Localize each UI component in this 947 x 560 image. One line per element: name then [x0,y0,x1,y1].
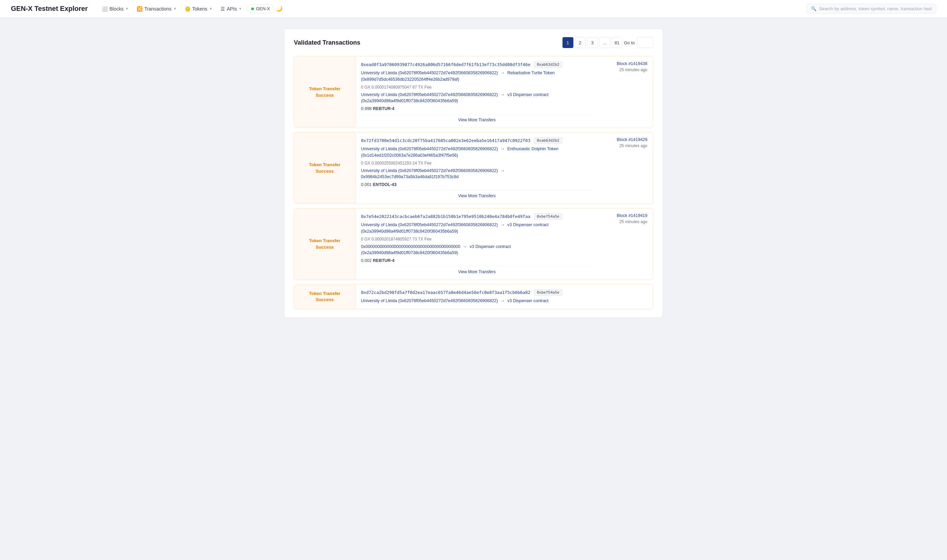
apis-icon: ☰ [221,6,225,12]
tx-from2-addr[interactable]: University of Lleida (0x62078f05eb445027… [361,168,498,173]
tx-transfer-line-1: University of Lleida (0x62078f05eb445027… [361,298,593,304]
tx-amount: 0.002 REBTUR-4 [361,258,593,263]
tx-to2-addr[interactable]: 0x9984b2453ec7d99a73a5b3a46da81f197b753c… [361,174,458,179]
page-btn-3[interactable]: 3 [587,37,598,48]
tx-meta: Block #1419429 25 minutes ago [598,132,653,204]
tx-time: 25 minutes ago [619,68,647,72]
goto-input[interactable] [637,37,653,48]
tx-token: ENTDOL-43 [373,182,396,187]
tx-meta: Block #1419419 25 minutes ago [598,208,653,280]
tx-token: REBTUR-4 [373,106,395,111]
transaction-list: Token Transfer Success 0xead0f3a97060939… [294,56,653,309]
tx-hash-line: 0xd72ca2bd298fd5a7f0d2ea17eaac657fa8e46d… [361,289,593,296]
nav-blocks[interactable]: ⬜ Blocks ▼ [99,4,132,14]
chevron-down-icon: ▼ [173,7,177,11]
tx-from-addr[interactable]: University of Lleida (0x62078f05eb445027… [361,146,498,151]
page-btn-1[interactable]: 1 [563,37,574,48]
tx-block[interactable]: Block #1419429 [617,137,647,142]
tx-token: REBTUR-4 [373,258,395,263]
chevron-down-icon: ▼ [125,7,128,11]
search-bar[interactable]: 🔍 [807,4,936,14]
blocks-icon: ⬜ [102,6,108,12]
tx-hash[interactable]: 0x72fd3700e54d1c3cdc20f75ba417685ca002e3… [361,138,531,143]
page-title: Validated Transactions [294,39,360,46]
search-icon: 🔍 [811,6,816,11]
transactions-icon: 🔀 [137,6,142,12]
page-btn-last[interactable]: 81 [612,37,623,48]
tx-from-addr[interactable]: University of Lleida (0x62078f05eb445027… [361,71,498,75]
nav-apis[interactable]: ☰ APIs ▼ [217,4,245,14]
table-row: Token Transfer Success 0xd72ca2bd298fd5a… [294,284,653,309]
tx-tag: 0xab63d2b2 [534,61,563,68]
nav-links: ⬜ Blocks ▼ 🔀 Transactions ▼ 🪙 Tokens ▼ ☰… [99,4,796,14]
tx-hash-line: 0x7e54e2022143cacbcaeb6fa2a882b1b150b1e7… [361,213,593,220]
arrow-icon: → [500,146,505,151]
view-more-transfers[interactable]: View More Transfers [361,266,593,275]
theme-toggle[interactable]: 🌙 [276,5,282,12]
tx-badge: Token Transfer Success [294,285,356,309]
tx-body: 0xd72ca2bd298fd5a7f0d2ea17eaac657fa8e46d… [356,285,598,309]
tx-block[interactable]: Block #1419438 [617,61,647,66]
tx-tag: 0xbef54a5e [534,213,563,220]
nav-tokens[interactable]: 🪙 Tokens ▼ [181,4,216,14]
tx-badge: Token Transfer Success [294,208,356,280]
arrow-icon: → [500,298,505,303]
tx-hash[interactable]: 0xd72ca2bd298fd5a7f0d2ea17eaac657fa8e46d… [361,290,531,295]
page-goto: Go to [624,37,653,48]
view-more-transfers[interactable]: View More Transfers [361,191,593,199]
tx-status-label: Token Transfer Success [309,238,340,250]
tx-transfer-line-2: University of Lleida (0x62078f05eb445027… [361,168,593,180]
tx-body: 0x72fd3700e54d1c3cdc20f75ba417685ca002e3… [356,132,598,204]
transactions-card: Validated Transactions 1 2 3 ... 81 Go t… [284,29,663,318]
card-header: Validated Transactions 1 2 3 ... 81 Go t… [294,37,653,48]
tx-fee: 0 GX 0.0000174080975047 87 TX Fee [361,85,593,89]
brand: GEN-X Testnet Explorer [11,5,88,12]
main-content: Validated Transactions 1 2 3 ... 81 Go t… [276,29,671,318]
tx-hash[interactable]: 0x7e54e2022143cacbcaeb6fa2a882b1b150b1e7… [361,214,531,219]
tx-hash[interactable]: 0xead0f3a97060939877c4926a806d57166f6ded… [361,62,531,67]
tx-amount: 0.001 ENTDOL-43 [361,182,593,187]
search-input[interactable] [819,6,932,11]
table-row: Token Transfer Success 0x7e54e2022143cac… [294,208,653,280]
arrow-icon-2: → [500,168,505,173]
tx-transfer-line-1: University of Lleida (0x62078f05eb445027… [361,222,593,235]
table-row: Token Transfer Success 0xead0f3a97060939… [294,56,653,128]
view-more-transfers[interactable]: View More Transfers [361,114,593,123]
chevron-down-icon: ▼ [209,7,212,11]
chain-status-dot [251,8,254,10]
tx-from-addr[interactable]: University of Lleida (0x62078f05eb445027… [361,222,498,227]
chain-selector[interactable]: GEN-X [247,4,275,13]
tx-status-label: Token Transfer Success [309,162,340,174]
tx-amount: 0.998 REBTUR-4 [361,106,593,111]
tx-transfer-line-2: University of Lleida (0x62078f05eb445027… [361,92,593,105]
nav-transactions[interactable]: 🔀 Transactions ▼ [133,4,180,14]
chevron-down-icon: ▼ [239,7,242,11]
tx-tag: 0xab63d2b2 [534,137,563,144]
tx-badge: Token Transfer Success [294,57,356,128]
tx-body: 0x7e54e2022143cacbcaeb6fa2a882b1b150b1e7… [356,208,598,280]
tx-block[interactable]: Block #1419419 [617,213,647,218]
tx-fee: 0 GX 0.0000255002451293 24 TX Fee [361,161,593,166]
arrow-icon-2: → [463,244,467,249]
tx-fee: 0 GX 0.0000201874805927 73 TX Fee [361,237,593,242]
tx-meta: Block #1419438 25 minutes ago [598,57,653,128]
arrow-icon: → [500,71,505,75]
tx-from2-addr[interactable]: 0x00000000000000000000000000000000000000… [361,244,460,249]
tx-hash-line: 0x72fd3700e54d1c3cdc20f75ba417685ca002e3… [361,137,593,144]
tx-tag: 0xbef54a5e [534,289,563,296]
tx-to-addr[interactable]: v3 Dispenser contract [507,298,549,303]
page-btn-ellipsis: ... [599,37,610,48]
tx-status-label: Token Transfer Success [309,291,340,303]
tx-from-addr[interactable]: University of Lleida (0x62078f05eb445027… [361,298,498,303]
tx-status-label: Token Transfer Success [309,86,340,98]
tx-meta [598,285,653,309]
page-btn-2[interactable]: 2 [575,37,586,48]
arrow-icon: → [500,222,505,227]
tokens-icon: 🪙 [185,6,191,12]
tx-body: 0xead0f3a97060939877c4926a806d57166f6ded… [356,57,598,128]
navbar: GEN-X Testnet Explorer ⬜ Blocks ▼ 🔀 Tran… [0,0,947,18]
arrow-icon-2: → [500,92,505,97]
pagination: 1 2 3 ... 81 Go to [563,37,653,48]
tx-time: 25 minutes ago [619,143,647,148]
tx-from2-addr[interactable]: University of Lleida (0x62078f05eb445027… [361,92,498,97]
